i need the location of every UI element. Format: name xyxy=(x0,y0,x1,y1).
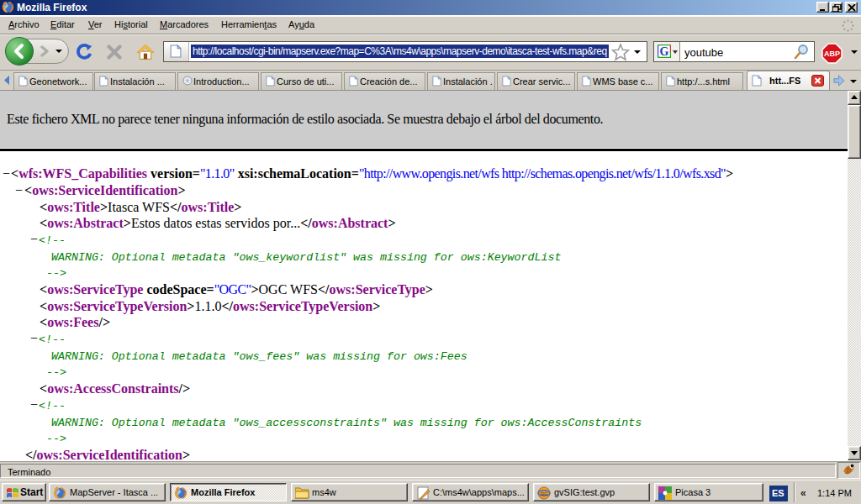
svg-text:ABP: ABP xyxy=(824,50,840,58)
svg-text:G: G xyxy=(660,45,669,58)
svg-text:SIG: SIG xyxy=(541,491,548,496)
